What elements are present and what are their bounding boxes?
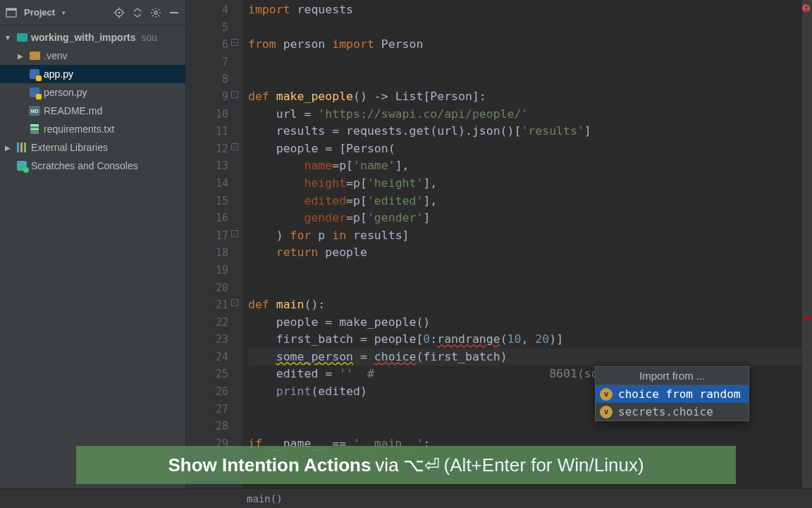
tip-action: Show Intention Actions <box>168 454 371 476</box>
tree-folder-venv[interactable]: ▶ .venv <box>0 47 185 65</box>
tree-file-requirements[interactable]: requirements.txt <box>0 120 185 138</box>
code-line[interactable]: height=p['height'], <box>248 175 802 193</box>
suggestion-label: choice from random <box>618 387 740 401</box>
code-line[interactable]: from person import Person <box>248 36 802 54</box>
sidebar-title: Project <box>24 7 55 18</box>
line-number: 24 <box>186 349 228 366</box>
line-number: 14 <box>186 175 228 193</box>
code-line[interactable]: import requests <box>248 1 802 19</box>
hide-icon[interactable] <box>168 7 180 18</box>
expand-icon[interactable] <box>132 7 143 18</box>
line-number: 19 <box>186 262 228 279</box>
code-line[interactable]: name=p['name'], <box>248 157 802 175</box>
import-suggestion-popup: Import from ... vchoice from randomvsecr… <box>595 366 749 421</box>
line-number: 27 <box>186 401 228 418</box>
root-hint: sou <box>142 32 158 43</box>
line-number: 13 <box>186 157 228 175</box>
code-line[interactable]: people = make_people() <box>248 314 802 332</box>
code-line[interactable] <box>248 262 802 279</box>
tip-via: via <box>375 454 398 476</box>
fold-icon[interactable]: − <box>231 299 238 306</box>
scratches-icon <box>16 161 28 171</box>
tip-banner: Show Intention Actions via ⌥⏎ (Alt+Enter… <box>76 446 736 484</box>
code-line[interactable]: first_batch = people[0:randrange(10, 20)… <box>248 331 802 349</box>
python-file-icon <box>28 69 41 79</box>
project-sidebar: Project ▾ ▼ working_with_imports sou <box>0 0 186 488</box>
code-line[interactable]: edited=p['edited'], <box>248 193 802 210</box>
variable-badge-icon: v <box>600 388 613 401</box>
breadcrumb-bar[interactable]: main() <box>0 488 812 508</box>
chevron-right-icon[interactable]: ▶ <box>16 52 25 60</box>
line-number: 17− <box>186 227 228 245</box>
breadcrumb-item[interactable]: main() <box>247 493 283 504</box>
error-stripe[interactable] <box>802 0 812 488</box>
code-line[interactable] <box>248 54 802 71</box>
tree-external-libraries[interactable]: ▶ External Libraries <box>0 138 185 157</box>
line-number: 25 <box>186 365 228 383</box>
line-number: 10 <box>186 106 228 123</box>
tree-file-person[interactable]: person.py <box>0 83 185 102</box>
line-number: 4 <box>186 1 228 19</box>
svg-rect-11 <box>806 6 807 9</box>
chevron-down-icon[interactable]: ▼ <box>3 34 13 42</box>
tip-shortcut-win: (Alt+Enter for Win/Linux) <box>444 454 644 476</box>
line-number: 21− <box>186 296 228 314</box>
locate-icon[interactable] <box>113 7 125 18</box>
import-suggestion-item[interactable]: vchoice from random <box>596 385 749 403</box>
line-number: 16 <box>186 210 228 227</box>
code-line[interactable]: some_person = choice(first_batch) <box>248 349 802 366</box>
error-marker[interactable] <box>804 318 811 320</box>
fold-icon[interactable]: − <box>231 39 238 46</box>
popup-title: Import from ... <box>596 367 749 385</box>
editor-gutter: 456−789−101112−1314151617−18192021−22232… <box>186 0 242 488</box>
code-line[interactable]: return people <box>248 244 802 262</box>
code-line[interactable]: results = requests.get(url).json()['resu… <box>248 123 802 140</box>
code-line[interactable]: people = [Person( <box>248 140 802 158</box>
code-editor[interactable]: 456−789−101112−1314151617−18192021−22232… <box>186 0 812 488</box>
svg-rect-1 <box>6 8 16 11</box>
line-number: 20 <box>186 279 228 297</box>
text-file-icon <box>28 124 41 134</box>
project-view-icon[interactable] <box>6 7 17 18</box>
markdown-file-icon: MD <box>28 106 41 116</box>
code-line[interactable]: gender=p['gender'] <box>248 210 802 227</box>
suggestion-label: secrets.choice <box>618 405 713 418</box>
fold-icon[interactable]: − <box>231 91 238 98</box>
project-tree[interactable]: ▼ working_with_imports sou ▶ .venv app.p… <box>0 25 185 178</box>
code-line[interactable]: def make_people() -> List[Person]: <box>248 88 802 106</box>
code-line[interactable] <box>248 71 802 88</box>
gear-icon[interactable] <box>150 7 161 18</box>
line-number: 6− <box>186 36 228 54</box>
tree-scratches[interactable]: Scratches and Consoles <box>0 157 185 175</box>
line-number: 12− <box>186 140 228 158</box>
line-number: 8 <box>186 71 228 88</box>
tree-file-readme[interactable]: MD README.md <box>0 102 185 120</box>
python-file-icon <box>28 87 41 97</box>
line-number: 11 <box>186 123 228 140</box>
folder-icon <box>28 52 41 60</box>
line-number: 9− <box>186 88 228 106</box>
folder-icon <box>16 33 28 42</box>
tree-root[interactable]: ▼ working_with_imports sou <box>0 28 185 47</box>
svg-point-3 <box>118 11 121 13</box>
line-number: 7 <box>186 54 228 71</box>
import-suggestion-item[interactable]: vsecrets.choice <box>596 403 749 421</box>
code-line[interactable]: ) for p in results] <box>248 227 802 245</box>
tree-file-app[interactable]: app.py <box>0 65 185 83</box>
code-line[interactable]: def main(): <box>248 296 802 314</box>
line-number: 26 <box>186 383 228 401</box>
tip-shortcut-mac: ⌥⏎ <box>403 454 440 476</box>
line-number: 18 <box>186 244 228 262</box>
svg-rect-9 <box>170 12 178 13</box>
line-number: 5 <box>186 19 228 37</box>
line-number: 23 <box>186 331 228 349</box>
code-line[interactable]: url = 'https://swapi.co/api/people/' <box>248 106 802 123</box>
error-indicator-icon[interactable] <box>802 4 809 11</box>
fold-icon[interactable]: − <box>231 143 238 150</box>
fold-icon[interactable]: − <box>231 230 238 237</box>
svg-point-8 <box>154 11 157 14</box>
code-line[interactable] <box>248 279 802 297</box>
line-number: 15 <box>186 193 228 210</box>
line-number: 22 <box>186 314 228 332</box>
code-line[interactable] <box>248 19 802 37</box>
